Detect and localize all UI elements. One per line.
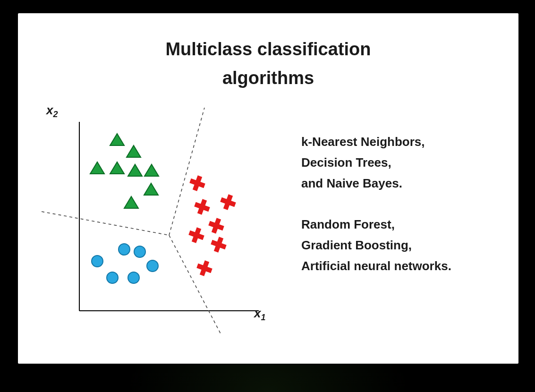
svg-marker-12 xyxy=(124,196,138,208)
svg-line-3 xyxy=(169,108,204,235)
svg-point-13 xyxy=(119,244,130,255)
svg-marker-7 xyxy=(90,162,104,174)
x-axis-label: x1 xyxy=(254,306,265,323)
title-line-2: algorithms xyxy=(18,65,518,92)
class-triangles xyxy=(90,134,159,208)
svg-point-15 xyxy=(92,256,103,267)
svg-point-16 xyxy=(147,260,158,272)
scatter-chart xyxy=(42,108,278,334)
diagram-title: Multiclass classification algorithms xyxy=(18,36,518,92)
x-axis-var: x xyxy=(254,306,261,320)
svg-marker-6 xyxy=(127,145,141,157)
svg-point-14 xyxy=(134,246,145,257)
svg-line-4 xyxy=(169,235,221,334)
algo-group-1: k-Nearest Neighbors, Decision Trees, and… xyxy=(301,131,500,194)
title-line-1: Multiclass classification xyxy=(165,39,371,59)
scatter-svg xyxy=(42,108,278,334)
algo-line: k-Nearest Neighbors, xyxy=(301,131,500,152)
algorithm-list: k-Nearest Neighbors, Decision Trees, and… xyxy=(301,131,500,276)
svg-marker-11 xyxy=(144,183,158,195)
algo-group-2: Random Forest, Gradient Boosting, Artifi… xyxy=(301,214,500,277)
algo-line: Gradient Boosting, xyxy=(301,235,500,256)
svg-line-2 xyxy=(42,212,169,235)
svg-point-18 xyxy=(128,272,139,283)
svg-point-17 xyxy=(107,272,118,283)
algo-line: Random Forest, xyxy=(301,214,500,235)
content-card: Multiclass classification algorithms x2 xyxy=(18,13,518,364)
svg-marker-8 xyxy=(110,162,124,174)
svg-marker-9 xyxy=(128,164,142,176)
svg-marker-5 xyxy=(110,134,124,145)
algo-line: and Naive Bayes. xyxy=(301,173,500,194)
svg-marker-10 xyxy=(144,164,159,176)
algo-line: Artificial neural networks. xyxy=(301,256,500,276)
class-circles xyxy=(92,244,158,283)
class-crosses xyxy=(187,173,238,278)
algo-line: Decision Trees, xyxy=(301,152,500,173)
x-axis-sub: 1 xyxy=(261,313,265,322)
